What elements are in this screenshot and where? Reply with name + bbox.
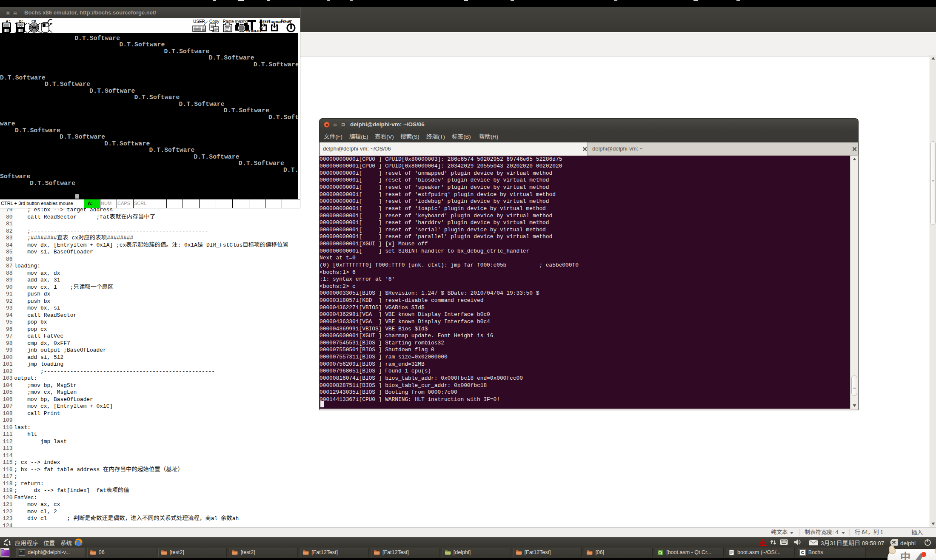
svg-text:USER: USER — [193, 19, 205, 24]
svg-text:Copy: Copy — [209, 19, 219, 24]
svg-text:snapshot: snapshot — [235, 19, 248, 23]
svg-text:Reset: Reset — [259, 19, 271, 24]
svg-text:CONFIG: CONFIG — [246, 29, 261, 33]
svg-text:SUSPEND: SUSPEND — [271, 20, 281, 24]
svg-text:Power: Power — [280, 19, 292, 24]
